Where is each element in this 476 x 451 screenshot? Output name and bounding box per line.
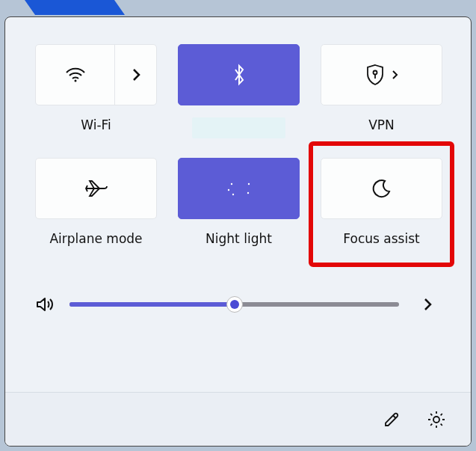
wifi-toggle[interactable] [36, 45, 115, 105]
airplane-icon [84, 178, 109, 199]
wifi-icon [65, 67, 86, 83]
svg-point-6 [247, 183, 249, 185]
svg-point-5 [247, 192, 248, 194]
edit-button[interactable] [378, 406, 405, 433]
gear-icon [427, 410, 446, 429]
svg-point-3 [227, 189, 229, 191]
airplane-mode-tile[interactable] [35, 158, 157, 219]
focus-assist-label: Focus assist [343, 231, 419, 246]
svg-point-4 [232, 194, 233, 195]
svg-point-1 [373, 71, 377, 75]
tiles-grid: Wi-Fi [5, 17, 471, 254]
slider-fill [69, 302, 235, 307]
svg-point-2 [230, 183, 232, 185]
focus-assist-tile[interactable] [321, 158, 442, 219]
chevron-right-icon [131, 67, 141, 83]
shield-key-icon [365, 64, 385, 86]
night-light-tile[interactable] [178, 158, 300, 219]
night-light-icon [226, 178, 253, 199]
volume-expand-button[interactable] [414, 291, 441, 318]
vpn-label: VPN [368, 117, 395, 132]
chevron-right-icon [391, 69, 398, 81]
wifi-tile[interactable] [35, 44, 157, 105]
slider-thumb[interactable] [226, 296, 243, 313]
bluetooth-icon [232, 63, 247, 87]
bottom-toolbar [5, 392, 471, 446]
volume-slider[interactable] [69, 296, 399, 313]
wifi-expand-button[interactable] [115, 45, 156, 105]
vpn-tile[interactable] [321, 44, 442, 105]
svg-point-0 [74, 80, 76, 82]
bluetooth-label-placeholder [192, 117, 285, 138]
pencil-icon [383, 411, 401, 429]
bluetooth-tile[interactable] [178, 44, 300, 105]
speaker-icon[interactable] [35, 295, 55, 313]
moon-icon [371, 178, 392, 199]
airplane-label: Airplane mode [49, 231, 142, 246]
settings-button[interactable] [423, 406, 450, 433]
night-light-label: Night light [205, 231, 272, 246]
chevron-right-icon [422, 296, 433, 313]
background-window-fragment [0, 0, 149, 15]
svg-point-7 [433, 417, 439, 423]
quick-settings-panel: Wi-Fi [4, 16, 472, 447]
volume-row [5, 254, 471, 340]
wifi-label: Wi-Fi [81, 117, 111, 132]
